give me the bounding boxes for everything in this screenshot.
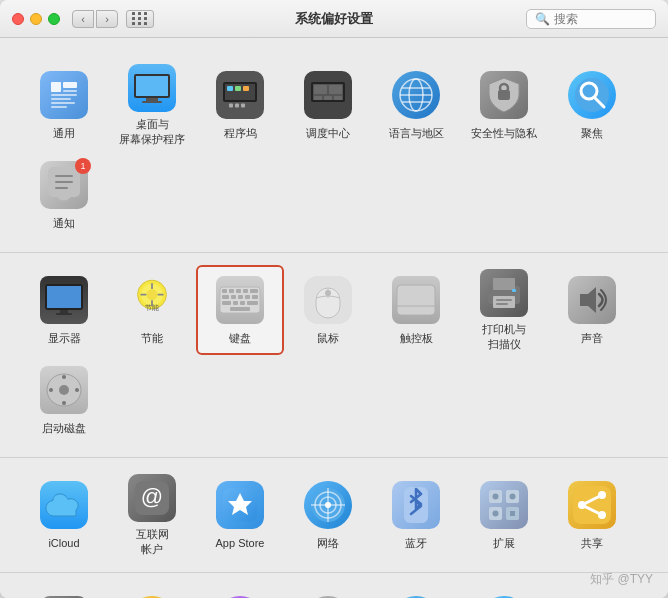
sound-icon <box>566 274 618 326</box>
svg-rect-6 <box>51 106 67 108</box>
pref-general[interactable]: 通用 <box>20 60 108 150</box>
users-icon <box>38 594 90 598</box>
icloud-label: iCloud <box>48 536 79 550</box>
datetime-icon: 18 <box>302 594 354 598</box>
dock-label: 程序坞 <box>224 126 257 140</box>
pref-icloud[interactable]: iCloud <box>20 470 108 560</box>
sharing-label: 共享 <box>581 536 603 550</box>
personal-items-grid: 通用 桌面与 屏幕保护程序 程序 <box>20 60 648 240</box>
mouse-label: 鼠标 <box>317 331 339 345</box>
pref-bluetooth[interactable]: 蓝牙 <box>372 470 460 560</box>
svg-rect-72 <box>397 285 435 315</box>
search-icon: 🔍 <box>535 12 550 26</box>
svg-rect-78 <box>496 303 508 305</box>
svg-rect-15 <box>243 86 249 91</box>
internet-icon: @ <box>126 474 178 522</box>
svg-marker-80 <box>580 287 596 313</box>
svg-rect-18 <box>235 104 239 108</box>
pref-print[interactable]: 打印机与 扫描仪 <box>460 265 548 355</box>
pref-users[interactable]: 用户与群组 <box>20 585 108 598</box>
pref-parental[interactable]: 家长控制 <box>108 585 196 598</box>
pref-keyboard[interactable]: 键盘 <box>196 265 284 355</box>
svg-rect-56 <box>236 289 241 293</box>
network-icon <box>302 479 354 531</box>
bluetooth-label: 蓝牙 <box>405 536 427 550</box>
pref-sound[interactable]: 声音 <box>548 265 636 355</box>
minimize-button[interactable] <box>30 13 42 25</box>
pref-spotlight[interactable]: 聚焦 <box>548 60 636 150</box>
svg-rect-62 <box>245 295 250 299</box>
svg-point-106 <box>578 501 586 509</box>
svg-point-83 <box>62 375 66 379</box>
svg-rect-23 <box>329 85 342 94</box>
window-title: 系统偏好设置 <box>295 10 373 28</box>
accessibility-icon <box>478 594 530 598</box>
mouse-icon <box>302 274 354 326</box>
pref-notification[interactable]: 1 通知 <box>20 150 108 240</box>
svg-rect-68 <box>230 307 250 311</box>
system-items-grid: 用户与群组 家长 <box>20 585 648 598</box>
parental-icon <box>126 594 178 598</box>
search-input[interactable] <box>554 12 644 26</box>
svg-rect-3 <box>51 94 77 96</box>
svg-rect-42 <box>47 286 81 308</box>
search-bar[interactable]: 🔍 <box>526 9 656 29</box>
nav-buttons: ‹ › <box>72 10 118 28</box>
pref-dock[interactable]: 程序坞 <box>196 60 284 150</box>
pref-datetime[interactable]: 18 日期与时间 <box>284 585 372 598</box>
svg-point-107 <box>598 511 606 519</box>
close-button[interactable] <box>12 13 24 25</box>
appstore-icon <box>214 479 266 531</box>
hardware-items-grid: 显示器 节能 <box>20 265 648 445</box>
icloud-icon <box>38 479 90 531</box>
section-system: 用户与群组 家长 <box>0 573 668 598</box>
grid-view-button[interactable] <box>126 10 154 28</box>
language-icon <box>390 69 442 121</box>
pref-network[interactable]: 网络 <box>284 470 372 560</box>
back-button[interactable]: ‹ <box>72 10 94 28</box>
pref-startup[interactable]: 启动磁盘 <box>20 355 108 445</box>
print-label: 打印机与 扫描仪 <box>482 322 526 351</box>
svg-rect-77 <box>496 299 512 301</box>
forward-button[interactable]: › <box>96 10 118 28</box>
pref-desktop[interactable]: 桌面与 屏幕保护程序 <box>108 60 196 150</box>
pref-display[interactable]: 显示器 <box>20 265 108 355</box>
system-preferences-window: ‹ › 系统偏好设置 🔍 <box>0 0 668 598</box>
svg-rect-67 <box>247 301 258 305</box>
spotlight-icon <box>566 69 618 121</box>
extensions-label: 扩展 <box>493 536 515 550</box>
security-label: 安全性与隐私 <box>471 126 537 140</box>
pref-accessibility[interactable]: 辅助功能 <box>460 585 548 598</box>
pref-timemachine[interactable]: 时间机器 <box>372 585 460 598</box>
pref-mission[interactable]: 调度中心 <box>284 60 372 150</box>
svg-rect-13 <box>227 86 233 91</box>
svg-rect-22 <box>314 85 327 94</box>
maximize-button[interactable] <box>48 13 60 25</box>
pref-appstore[interactable]: App Store <box>196 470 284 560</box>
pref-language[interactable]: 语言与地区 <box>372 60 460 150</box>
internet-label: 互联网 帐户 <box>136 527 169 556</box>
pref-security[interactable]: 安全性与隐私 <box>460 60 548 150</box>
svg-rect-59 <box>222 295 229 299</box>
svg-rect-10 <box>142 101 162 103</box>
keyboard-icon <box>214 274 266 326</box>
mission-label: 调度中心 <box>306 126 350 140</box>
pref-trackpad[interactable]: 触控板 <box>372 265 460 355</box>
notification-label: 通知 <box>53 216 75 230</box>
svg-rect-75 <box>493 278 515 290</box>
svg-point-82 <box>59 385 69 395</box>
pref-extensions[interactable]: 扩展 <box>460 470 548 560</box>
appstore-label: App Store <box>216 536 265 550</box>
svg-rect-66 <box>240 301 245 305</box>
pref-energy[interactable]: 节能 节能 <box>108 265 196 355</box>
grid-icon <box>132 12 148 25</box>
svg-point-101 <box>493 494 499 500</box>
svg-rect-65 <box>233 301 238 305</box>
sharing-icon <box>566 479 618 531</box>
energy-icon: 节能 <box>126 274 178 326</box>
pref-siri[interactable]: Siri <box>196 585 284 598</box>
pref-sharing[interactable]: 共享 <box>548 470 636 560</box>
pref-mouse[interactable]: 鼠标 <box>284 265 372 355</box>
language-label: 语言与地区 <box>389 126 444 140</box>
pref-internet[interactable]: @ 互联网 帐户 <box>108 470 196 560</box>
